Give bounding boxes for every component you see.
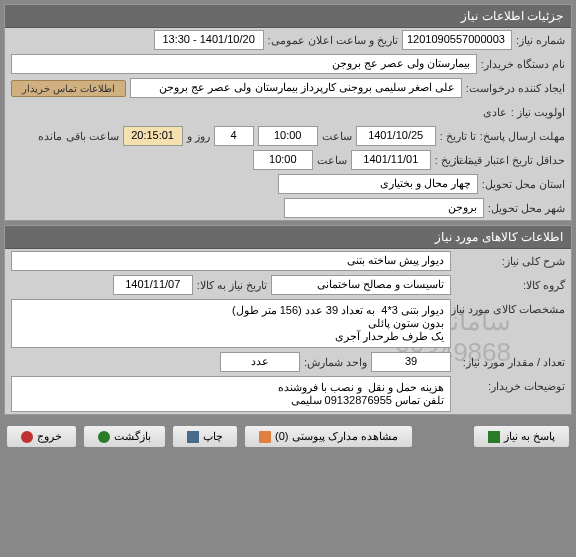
qty-label: تعداد / مقدار مورد نیاز:: [455, 356, 565, 369]
city-label: شهر محل تحویل:: [488, 202, 565, 215]
buyer-field: بیمارستان ولی عصر عج بروجن: [11, 54, 477, 74]
days-field: 4: [214, 126, 254, 146]
spec-label: مشخصات کالای مورد نیاز:: [455, 299, 565, 316]
spec-field: دیوار بتنی 3*4 به تعداد 39 عدد (156 متر …: [11, 299, 451, 348]
until-label-1: تا تاریخ :: [440, 130, 476, 143]
countdown-field: 20:15:01: [123, 126, 183, 146]
goods-info-panel: سامانه تدارکات الکترونیکی دولت 021 - 883…: [4, 225, 572, 415]
need-number-field: 1201090557000003: [402, 30, 512, 50]
buyer-contact-button[interactable]: اطلاعات تماس خریدار: [11, 80, 126, 97]
desc-field: دیوار پیش ساخته بتنی: [11, 251, 451, 271]
exit-label: خروج: [37, 430, 62, 443]
print-icon: [187, 431, 199, 443]
buyer-label: نام دستگاه خریدار:: [481, 58, 565, 71]
reply-label: پاسخ به نیاز: [504, 430, 555, 443]
validity-time-field: 10:00: [253, 150, 313, 170]
province-field: چهار محال و بختیاری: [278, 174, 478, 194]
back-icon: [98, 431, 110, 443]
deadline-label: مهلت ارسال پاسخ:: [480, 130, 565, 143]
priority-value: عادی: [483, 106, 507, 119]
need-number-label: شماره نیاز:: [516, 34, 565, 47]
desc-label: شرح کلی نیاز:: [455, 255, 565, 268]
unit-label: واحد شمارش:: [304, 356, 367, 369]
validity-date-field: 1401/11/01: [351, 150, 431, 170]
unit-field: عدد: [220, 352, 300, 372]
panel1-header: جزئیات اطلاعات نیاز: [5, 5, 571, 28]
attachments-button[interactable]: مشاهده مدارک پیوستی (0): [244, 425, 413, 448]
requester-label: ایجاد کننده درخواست:: [466, 82, 565, 95]
need-details-panel: جزئیات اطلاعات نیاز شماره نیاز: 12010905…: [4, 4, 572, 221]
deadline-date-field: 1401/10/25: [356, 126, 436, 146]
need-date-label: تاریخ نیاز به کالا:: [197, 279, 267, 292]
action-bar: خروج بازگشت چاپ مشاهده مدارک پیوستی (0) …: [0, 419, 576, 454]
province-label: استان محل تحویل:: [482, 178, 565, 191]
need-date-field: 1401/11/07: [113, 275, 193, 295]
qty-field: 39: [371, 352, 451, 372]
validity-label: حداقل تاریخ اعتبار قیمت:: [475, 154, 565, 167]
reply-button[interactable]: پاسخ به نیاز: [473, 425, 570, 448]
exit-button[interactable]: خروج: [6, 425, 77, 448]
until-label-2: تا تاریخ :: [435, 154, 471, 167]
city-field: بروجن: [284, 198, 484, 218]
priority-label: اولویت نیاز :: [511, 106, 565, 119]
exit-icon: [21, 431, 33, 443]
public-date-field: 1401/10/20 - 13:30: [154, 30, 264, 50]
back-button[interactable]: بازگشت: [83, 425, 166, 448]
back-label: بازگشت: [114, 430, 151, 443]
notes-field: هزینه حمل و نقل و نصب با فروشنده تلفن تم…: [11, 376, 451, 412]
print-label: چاپ: [203, 430, 223, 443]
notes-label: توضیحات خریدار:: [455, 376, 565, 393]
attachments-icon: [259, 431, 271, 443]
remaining-label: ساعت باقی مانده: [38, 130, 118, 143]
reply-icon: [488, 431, 500, 443]
group-label: گروه کالا:: [455, 279, 565, 292]
time-label-1: ساعت: [322, 130, 352, 143]
group-field: تاسیسات و مصالح ساختمانی: [271, 275, 451, 295]
deadline-time-field: 10:00: [258, 126, 318, 146]
panel2-header: اطلاعات کالاهای مورد نیاز: [5, 226, 571, 249]
days-label: روز و: [187, 130, 210, 143]
attachments-label: مشاهده مدارک پیوستی (0): [275, 430, 398, 443]
public-date-label: تاریخ و ساعت اعلان عمومی:: [268, 34, 398, 47]
requester-field: علی اصغر سلیمی بروجنی کارپرداز بیمارستان…: [130, 78, 462, 98]
time-label-2: ساعت: [317, 154, 347, 167]
print-button[interactable]: چاپ: [172, 425, 238, 448]
